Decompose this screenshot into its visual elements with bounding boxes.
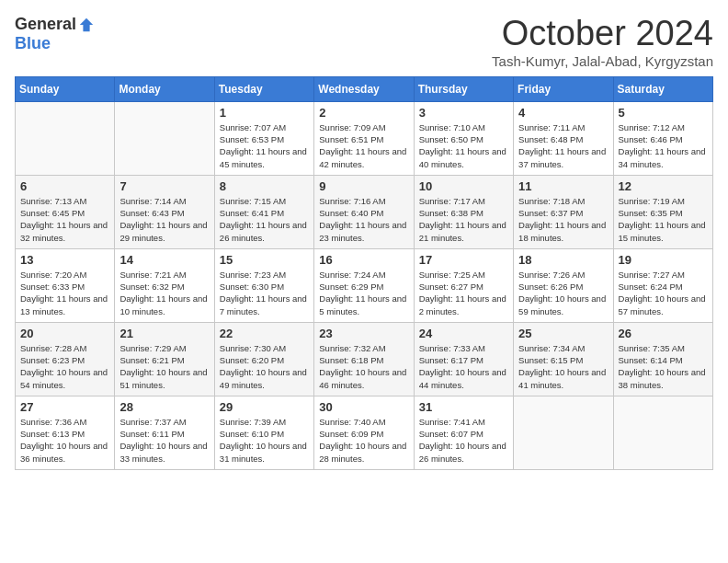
svg-marker-0 <box>80 17 93 30</box>
day-number: 3 <box>419 106 508 120</box>
day-info: Sunrise: 7:15 AM Sunset: 6:41 PM Dayligh… <box>220 195 309 244</box>
day-info: Sunrise: 7:32 AM Sunset: 6:18 PM Dayligh… <box>319 342 408 391</box>
logo-icon <box>78 17 95 33</box>
calendar-cell: 19Sunrise: 7:27 AM Sunset: 6:24 PM Dayli… <box>613 248 712 322</box>
day-info: Sunrise: 7:25 AM Sunset: 6:27 PM Dayligh… <box>419 269 508 317</box>
calendar-cell: 31Sunrise: 7:41 AM Sunset: 6:07 PM Dayli… <box>414 396 513 469</box>
calendar-header-row: SundayMondayTuesdayWednesdayThursdayFrid… <box>16 76 713 101</box>
day-number: 13 <box>20 253 109 267</box>
day-info: Sunrise: 7:27 AM Sunset: 6:24 PM Dayligh… <box>619 269 708 317</box>
day-info: Sunrise: 7:09 AM Sunset: 6:51 PM Dayligh… <box>319 121 408 170</box>
day-number: 6 <box>20 179 109 193</box>
calendar-cell: 2Sunrise: 7:09 AM Sunset: 6:51 PM Daylig… <box>314 101 414 175</box>
day-number: 21 <box>119 327 209 340</box>
header-monday: Monday <box>115 76 214 101</box>
calendar-cell: 8Sunrise: 7:15 AM Sunset: 6:41 PM Daylig… <box>214 175 313 248</box>
day-number: 31 <box>419 400 508 414</box>
calendar-cell: 25Sunrise: 7:34 AM Sunset: 6:15 PM Dayli… <box>514 322 613 396</box>
day-number: 10 <box>419 179 508 193</box>
day-info: Sunrise: 7:17 AM Sunset: 6:38 PM Dayligh… <box>419 195 508 244</box>
header-wednesday: Wednesday <box>314 76 414 101</box>
calendar-cell: 6Sunrise: 7:13 AM Sunset: 6:45 PM Daylig… <box>16 175 115 248</box>
week-row-5: 27Sunrise: 7:36 AM Sunset: 6:13 PM Dayli… <box>16 396 713 469</box>
day-number: 24 <box>419 327 508 340</box>
day-number: 8 <box>220 179 309 193</box>
day-number: 2 <box>319 106 408 120</box>
day-number: 19 <box>619 253 708 267</box>
day-number: 29 <box>220 400 309 414</box>
title-section: October 2024 Tash-Kumyr, Jalal-Abad, Kyr… <box>492 15 713 69</box>
day-number: 4 <box>518 106 608 120</box>
day-number: 14 <box>119 253 209 267</box>
header-sunday: Sunday <box>16 76 115 101</box>
logo-general: General <box>15 15 76 34</box>
day-info: Sunrise: 7:14 AM Sunset: 6:43 PM Dayligh… <box>119 195 209 244</box>
logo-blue: Blue <box>15 34 51 53</box>
day-number: 12 <box>619 179 708 193</box>
day-number: 5 <box>619 106 708 120</box>
day-number: 16 <box>319 253 408 267</box>
day-number: 28 <box>119 400 209 414</box>
calendar-table: SundayMondayTuesdayWednesdayThursdayFrid… <box>15 76 713 470</box>
day-number: 26 <box>619 327 708 340</box>
header-thursday: Thursday <box>414 76 513 101</box>
day-info: Sunrise: 7:19 AM Sunset: 6:35 PM Dayligh… <box>619 195 708 244</box>
calendar-cell: 11Sunrise: 7:18 AM Sunset: 6:37 PM Dayli… <box>514 175 613 248</box>
calendar-cell <box>514 396 613 469</box>
day-info: Sunrise: 7:28 AM Sunset: 6:23 PM Dayligh… <box>20 342 109 391</box>
calendar-cell: 5Sunrise: 7:12 AM Sunset: 6:46 PM Daylig… <box>613 101 712 175</box>
calendar-cell: 14Sunrise: 7:21 AM Sunset: 6:32 PM Dayli… <box>115 248 214 322</box>
calendar-cell: 10Sunrise: 7:17 AM Sunset: 6:38 PM Dayli… <box>414 175 513 248</box>
day-info: Sunrise: 7:37 AM Sunset: 6:11 PM Dayligh… <box>119 416 209 465</box>
calendar-cell <box>613 396 712 469</box>
calendar-cell: 4Sunrise: 7:11 AM Sunset: 6:48 PM Daylig… <box>514 101 613 175</box>
calendar-cell: 29Sunrise: 7:39 AM Sunset: 6:10 PM Dayli… <box>214 396 313 469</box>
header-friday: Friday <box>514 76 613 101</box>
page-header: General Blue October 2024 Tash-Kumyr, Ja… <box>15 15 713 69</box>
calendar-cell: 20Sunrise: 7:28 AM Sunset: 6:23 PM Dayli… <box>16 322 115 396</box>
calendar-cell: 12Sunrise: 7:19 AM Sunset: 6:35 PM Dayli… <box>613 175 712 248</box>
calendar-cell <box>115 101 214 175</box>
day-info: Sunrise: 7:20 AM Sunset: 6:33 PM Dayligh… <box>20 269 109 317</box>
day-number: 7 <box>119 179 209 193</box>
calendar-cell: 17Sunrise: 7:25 AM Sunset: 6:27 PM Dayli… <box>414 248 513 322</box>
calendar-cell: 22Sunrise: 7:30 AM Sunset: 6:20 PM Dayli… <box>214 322 313 396</box>
week-row-1: 1Sunrise: 7:07 AM Sunset: 6:53 PM Daylig… <box>16 101 713 175</box>
location: Tash-Kumyr, Jalal-Abad, Kyrgyzstan <box>492 53 713 69</box>
calendar-cell: 1Sunrise: 7:07 AM Sunset: 6:53 PM Daylig… <box>214 101 313 175</box>
day-number: 17 <box>419 253 508 267</box>
day-number: 22 <box>220 327 309 340</box>
logo: General Blue <box>15 15 95 53</box>
day-info: Sunrise: 7:07 AM Sunset: 6:53 PM Dayligh… <box>220 121 309 170</box>
day-info: Sunrise: 7:30 AM Sunset: 6:20 PM Dayligh… <box>220 342 309 391</box>
calendar-cell: 3Sunrise: 7:10 AM Sunset: 6:50 PM Daylig… <box>414 101 513 175</box>
day-info: Sunrise: 7:35 AM Sunset: 6:14 PM Dayligh… <box>619 342 708 391</box>
day-number: 20 <box>20 327 109 340</box>
day-info: Sunrise: 7:23 AM Sunset: 6:30 PM Dayligh… <box>220 269 309 317</box>
calendar-cell: 21Sunrise: 7:29 AM Sunset: 6:21 PM Dayli… <box>115 322 214 396</box>
calendar-cell <box>16 101 115 175</box>
day-number: 15 <box>220 253 309 267</box>
header-tuesday: Tuesday <box>214 76 313 101</box>
week-row-4: 20Sunrise: 7:28 AM Sunset: 6:23 PM Dayli… <box>16 322 713 396</box>
day-info: Sunrise: 7:10 AM Sunset: 6:50 PM Dayligh… <box>419 121 508 170</box>
day-info: Sunrise: 7:18 AM Sunset: 6:37 PM Dayligh… <box>518 195 608 244</box>
day-number: 9 <box>319 179 408 193</box>
calendar-cell: 23Sunrise: 7:32 AM Sunset: 6:18 PM Dayli… <box>314 322 414 396</box>
day-number: 1 <box>220 106 309 120</box>
day-info: Sunrise: 7:40 AM Sunset: 6:09 PM Dayligh… <box>319 416 408 465</box>
day-info: Sunrise: 7:16 AM Sunset: 6:40 PM Dayligh… <box>319 195 408 244</box>
day-number: 23 <box>319 327 408 340</box>
day-info: Sunrise: 7:26 AM Sunset: 6:26 PM Dayligh… <box>518 269 608 317</box>
day-info: Sunrise: 7:24 AM Sunset: 6:29 PM Dayligh… <box>319 269 408 317</box>
day-info: Sunrise: 7:36 AM Sunset: 6:13 PM Dayligh… <box>20 416 109 465</box>
day-info: Sunrise: 7:39 AM Sunset: 6:10 PM Dayligh… <box>220 416 309 465</box>
calendar-cell: 16Sunrise: 7:24 AM Sunset: 6:29 PM Dayli… <box>314 248 414 322</box>
calendar-cell: 24Sunrise: 7:33 AM Sunset: 6:17 PM Dayli… <box>414 322 513 396</box>
day-number: 27 <box>20 400 109 414</box>
month-title: October 2024 <box>492 15 713 53</box>
calendar-cell: 18Sunrise: 7:26 AM Sunset: 6:26 PM Dayli… <box>514 248 613 322</box>
day-info: Sunrise: 7:29 AM Sunset: 6:21 PM Dayligh… <box>119 342 209 391</box>
day-info: Sunrise: 7:21 AM Sunset: 6:32 PM Dayligh… <box>119 269 209 317</box>
calendar-cell: 13Sunrise: 7:20 AM Sunset: 6:33 PM Dayli… <box>16 248 115 322</box>
